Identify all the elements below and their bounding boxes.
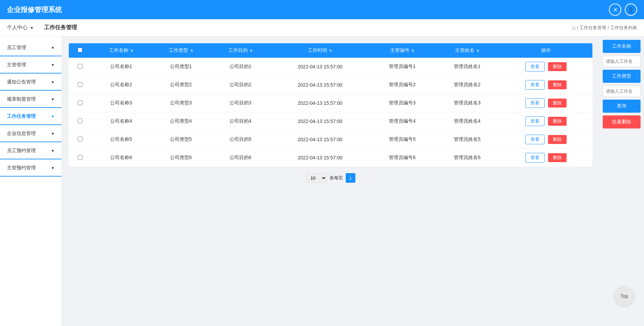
row-actions-4: 查看 删除 xyxy=(500,112,592,131)
row-type-1: 公司类型1 xyxy=(151,58,211,76)
row-supervisor-id-6: 管理员编号6 xyxy=(370,149,435,167)
col-supervisor-name[interactable]: 主管姓名 ⇅ xyxy=(435,43,500,58)
chevron-down-icon: ▼ xyxy=(51,114,55,119)
navbar: 个人中心 ▼ 工作任务管理 ⌂ / 工作任务管理 / 工作任务列表 xyxy=(0,19,644,36)
task-name-input[interactable] xyxy=(603,56,641,67)
delete-btn-3[interactable]: 删除 xyxy=(548,99,567,108)
user-icon-btn[interactable]: 👤 xyxy=(625,3,637,16)
row-purpose-5: 公司目的5 xyxy=(211,131,270,149)
per-page-select[interactable]: 102050100 xyxy=(306,173,327,183)
row-supervisor-name-1: 管理员姓名1 xyxy=(435,58,500,76)
sidebar-item-employee-mgmt[interactable]: 员工管理 ▼ xyxy=(0,40,62,56)
row-type-6: 公司类型6 xyxy=(151,149,211,167)
row-name-4: 公司名称4 xyxy=(92,112,151,131)
app-title: 企业报修管理系统 xyxy=(7,5,62,14)
view-btn-5[interactable]: 查看 xyxy=(525,135,545,144)
batch-delete-button[interactable]: 批量删除 xyxy=(603,115,641,128)
col-checkbox[interactable] xyxy=(69,43,92,58)
chevron-down-icon: ▼ xyxy=(51,63,55,67)
row-time-3: 2022-04-13 15:57:00 xyxy=(270,94,370,112)
row-name-5: 公司名称5 xyxy=(92,131,151,149)
row-checkbox-cell[interactable] xyxy=(69,76,92,94)
row-time-2: 2022-04-13 15:57:00 xyxy=(270,76,370,94)
sidebar-item-task-mgmt[interactable]: 工作任务管理 ▼ xyxy=(0,109,62,125)
view-btn-1[interactable]: 查看 xyxy=(525,62,545,71)
delete-btn-2[interactable]: 删除 xyxy=(548,80,567,89)
row-purpose-6: 公司目的6 xyxy=(211,149,270,167)
breadcrumb-level1: 工作任务管理 xyxy=(579,25,606,31)
page-1-btn[interactable]: 1 xyxy=(346,173,355,183)
row-supervisor-id-3: 管理员编号3 xyxy=(370,94,435,112)
row-type-4: 公司类型4 xyxy=(151,112,211,131)
col-name[interactable]: 工作名称 ⇅ xyxy=(92,43,151,58)
row-supervisor-id-5: 管理员编号5 xyxy=(370,131,435,149)
col-time[interactable]: 工作时间 ⇅ xyxy=(270,43,370,58)
row-checkbox-6[interactable] xyxy=(78,155,83,160)
col-action: 操作 xyxy=(500,43,592,58)
row-actions-1: 查看 删除 xyxy=(500,58,592,76)
row-checkbox-cell[interactable] xyxy=(69,149,92,167)
personal-center-menu[interactable]: 个人中心 ▼ xyxy=(7,24,34,31)
sidebar-item-employee-booking[interactable]: 员工预约管理 ▼ xyxy=(0,143,62,159)
row-purpose-3: 公司目的3 xyxy=(211,94,270,112)
view-btn-6[interactable]: 查看 xyxy=(525,153,545,162)
row-supervisor-name-4: 管理员姓名4 xyxy=(435,112,500,131)
row-actions-6: 查看 删除 xyxy=(500,149,592,167)
breadcrumb-sep2: / xyxy=(608,25,609,30)
table-row: 公司名称5 公司类型5 公司目的5 2022-04-13 15:57:00 管理… xyxy=(69,131,592,149)
col-purpose[interactable]: 工作目的 ⇅ xyxy=(211,43,270,58)
close-icon: ✕ xyxy=(613,7,618,13)
row-actions-5: 查看 删除 xyxy=(500,131,592,149)
row-checkbox-cell[interactable] xyxy=(69,94,92,112)
row-checkbox-5[interactable] xyxy=(78,137,83,142)
task-type-input[interactable] xyxy=(603,86,641,97)
sidebar-item-rules-mgmt[interactable]: 规章制度管理 ▼ xyxy=(0,91,62,108)
delete-btn-4[interactable]: 删除 xyxy=(548,117,567,126)
row-purpose-1: 公司目的1 xyxy=(211,58,270,76)
row-supervisor-name-2: 管理员姓名2 xyxy=(435,76,500,94)
row-checkbox-cell[interactable] xyxy=(69,112,92,131)
delete-btn-6[interactable]: 删除 xyxy=(548,153,567,162)
select-all-checkbox[interactable] xyxy=(78,48,82,52)
table-row: 公司名称2 公司类型2 公司目的2 2022-04-13 15:57:00 管理… xyxy=(69,76,592,94)
chevron-down-icon: ▼ xyxy=(51,149,55,153)
sidebar-item-company-mgmt[interactable]: 企业信息管理 ▼ xyxy=(0,126,62,142)
row-time-4: 2022-04-13 15:57:00 xyxy=(270,112,370,131)
query-button[interactable]: 查询 xyxy=(603,100,641,113)
page-title: 工作任务管理 xyxy=(44,24,77,31)
row-type-3: 公司类型3 xyxy=(151,94,211,112)
sidebar-item-supervisor-mgmt[interactable]: 主管管理 ▼ xyxy=(0,57,62,74)
row-time-6: 2022-04-13 15:57:00 xyxy=(270,149,370,167)
view-btn-3[interactable]: 查看 xyxy=(525,98,545,108)
delete-btn-5[interactable]: 删除 xyxy=(548,135,567,144)
close-icon-btn[interactable]: ✕ xyxy=(609,3,621,16)
scroll-to-top-button[interactable]: Top xyxy=(615,286,634,305)
row-supervisor-id-1: 管理员编号1 xyxy=(370,58,435,76)
row-checkbox-2[interactable] xyxy=(78,82,83,87)
table-row: 公司名称6 公司类型6 公司目的6 2022-04-13 15:57:00 管理… xyxy=(69,149,592,167)
row-supervisor-name-3: 管理员姓名3 xyxy=(435,94,500,112)
col-type[interactable]: 工作类型 ⇅ xyxy=(151,43,211,58)
sort-icon-purpose: ⇅ xyxy=(250,49,253,53)
delete-btn-1[interactable]: 删除 xyxy=(548,62,567,71)
table-wrapper: 工作名称 ⇅ 工作类型 ⇅ 工作目的 ⇅ 工作时间 xyxy=(69,43,592,167)
sidebar-item-supervisor-booking[interactable]: 主管预约管理 ▼ xyxy=(0,160,62,177)
row-checkbox-cell[interactable] xyxy=(69,58,92,76)
view-btn-4[interactable]: 查看 xyxy=(525,116,545,126)
breadcrumb-sep1: / xyxy=(577,25,578,30)
sidebar-item-notice-mgmt[interactable]: 通知公告管理 ▼ xyxy=(0,74,62,91)
top-label: Top xyxy=(620,293,628,299)
row-type-2: 公司类型2 xyxy=(151,76,211,94)
row-checkbox-cell[interactable] xyxy=(69,131,92,149)
row-checkbox-4[interactable] xyxy=(78,119,83,123)
row-supervisor-name-6: 管理员姓名6 xyxy=(435,149,500,167)
task-type-label-btn[interactable]: 工作类型 xyxy=(603,70,641,83)
row-checkbox-1[interactable] xyxy=(78,64,83,69)
task-name-label-btn[interactable]: 工作名称 xyxy=(603,40,641,53)
row-checkbox-3[interactable] xyxy=(78,100,83,105)
view-btn-2[interactable]: 查看 xyxy=(525,80,545,90)
col-supervisor-id[interactable]: 主管编号 ⇅ xyxy=(370,43,435,58)
pagination-bar: 102050100 条每页 1 xyxy=(69,167,592,189)
chevron-down-icon: ▼ xyxy=(51,46,55,50)
breadcrumb-level2: 工作任务列表 xyxy=(610,25,637,31)
